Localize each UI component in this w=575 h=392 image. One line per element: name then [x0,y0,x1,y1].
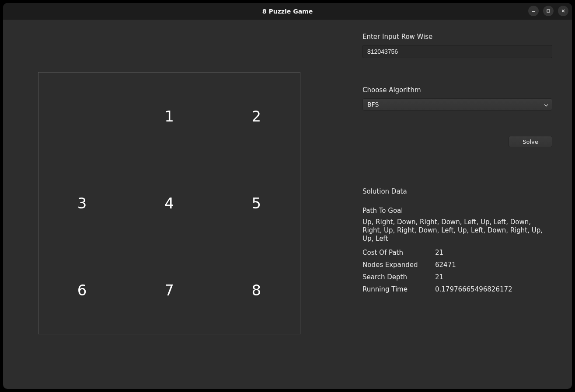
time-label: Running Time [362,285,435,293]
tile-7[interactable]: 7 [125,247,213,334]
chevron-down-icon [544,101,548,108]
content-area: 1 2 3 4 5 6 7 8 Enter Input Row Wise Cho… [3,20,572,389]
minimize-button[interactable] [528,6,539,16]
tile-1[interactable]: 1 [125,73,213,160]
depth-label: Search Depth [362,273,435,281]
tile-6[interactable]: 6 [38,247,125,334]
tile-2[interactable]: 2 [213,73,300,160]
maximize-button[interactable] [543,6,554,16]
window-controls [528,6,568,16]
path-label: Path To Goal [362,207,551,215]
titlebar: 8 Puzzle Game [3,3,572,20]
input-label: Enter Input Row Wise [362,33,552,41]
close-icon [561,9,565,13]
algorithm-selected-value: BFS [367,101,379,108]
cost-value: 21 [435,249,551,257]
input-field[interactable] [362,45,552,58]
minimize-icon [531,9,536,13]
solution-header: Solution Data [362,187,551,195]
window-title: 8 Puzzle Game [262,8,313,15]
stats-grid: Cost Of Path 21 Nodes Expanded 62471 Sea… [362,249,551,293]
path-value: Up, Right, Down, Right, Down, Left, Up, … [362,218,551,243]
svg-rect-1 [547,10,550,12]
solve-button-label: Solve [523,139,538,145]
algorithm-label: Choose Algorithm [362,86,552,94]
close-button[interactable] [558,6,568,16]
solution-section: Solution Data Path To Goal Up, Right, Do… [362,187,552,293]
maximize-icon [546,9,551,13]
puzzle-board: 1 2 3 4 5 6 7 8 [38,72,300,334]
time-value: 0.17976665496826172 [435,285,551,293]
algorithm-select[interactable]: BFS [362,98,552,111]
tile-5[interactable]: 5 [213,160,300,246]
tile-8[interactable]: 8 [213,247,300,334]
app-window: 8 Puzzle Game 1 2 3 4 5 6 7 8 Enter [3,3,572,389]
tile-0[interactable] [38,73,125,160]
nodes-value: 62471 [435,261,551,269]
depth-value: 21 [435,273,551,281]
cost-label: Cost Of Path [362,249,435,257]
tile-4[interactable]: 4 [125,160,213,246]
nodes-label: Nodes Expanded [362,261,435,269]
tile-3[interactable]: 3 [38,160,125,246]
solve-button[interactable]: Solve [509,136,552,147]
control-panel: Enter Input Row Wise Choose Algorithm BF… [362,33,552,293]
